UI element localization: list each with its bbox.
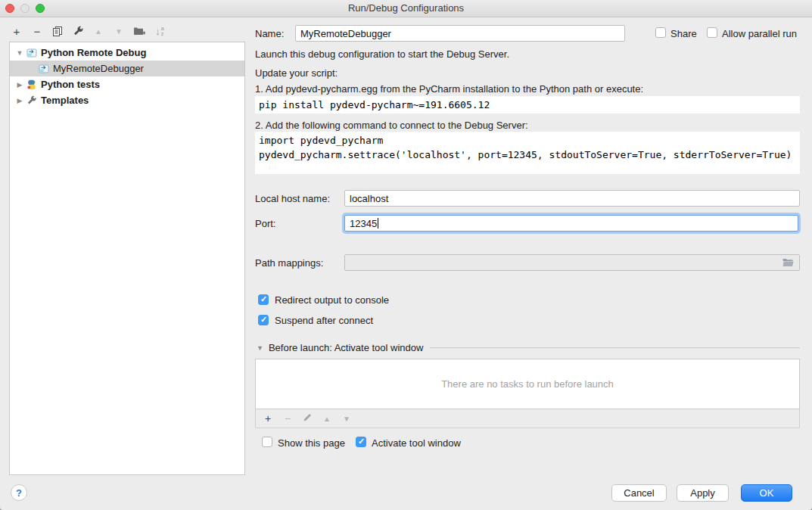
add-folder-icon xyxy=(133,26,145,36)
question-mark-icon: ? xyxy=(16,487,22,499)
chevron-expanded-icon[interactable]: ▼ xyxy=(257,344,263,352)
wrench-icon xyxy=(73,26,84,37)
tasks-toolbar: + − ▲ ▼ xyxy=(255,409,800,428)
plus-icon: + xyxy=(14,25,20,38)
remove-task-button: − xyxy=(282,412,293,424)
before-launch-tasks-list[interactable]: There are no tasks to run before launch xyxy=(255,359,800,409)
arrow-down-icon: ▼ xyxy=(115,27,123,36)
port-value: 12345 xyxy=(350,218,377,229)
plus-icon: + xyxy=(265,412,271,424)
remove-configuration-button[interactable]: − xyxy=(31,25,43,37)
show-this-page-checkbox[interactable] xyxy=(262,437,272,447)
ok-button-label: OK xyxy=(760,487,774,499)
path-mappings-input[interactable] xyxy=(344,254,800,271)
port-label: Port: xyxy=(255,218,275,229)
window-title: Run/Debug Configurations xyxy=(0,2,812,14)
settrace-code-line2: pydevd_pycharm.settrace('localhost', por… xyxy=(259,148,796,162)
ok-button[interactable]: OK xyxy=(741,484,792,502)
name-value: MyRemoteDebugger xyxy=(300,28,391,39)
tree-item-label: Python Remote Debug xyxy=(41,47,146,58)
empty-tasks-text: There are no tasks to run before launch xyxy=(441,378,614,390)
before-launch-title: Before launch: Activate tool window xyxy=(269,342,424,353)
browse-folder-icon[interactable] xyxy=(782,257,795,268)
edit-task-button xyxy=(302,412,313,424)
redirect-output-checkbox[interactable] xyxy=(258,294,269,305)
tree-item-python-remote-debug[interactable]: ▼ Python Remote Debug xyxy=(10,45,244,61)
local-host-name-value: localhost xyxy=(350,193,388,204)
share-checkbox[interactable] xyxy=(655,27,666,38)
cancel-button[interactable]: Cancel xyxy=(611,484,667,502)
pip-install-code-text: pip install pydevd-pycharm~=191.6605.12 xyxy=(259,99,490,110)
move-up-button: ▲ xyxy=(92,25,104,37)
arrow-up-icon: ▲ xyxy=(323,415,331,423)
redirect-output-label[interactable]: Redirect output to console xyxy=(275,294,389,306)
remote-debug-icon xyxy=(39,64,49,74)
arrow-down-icon: ▼ xyxy=(343,415,350,423)
tree-item-label: MyRemoteDebugger xyxy=(53,63,144,74)
wrench-icon xyxy=(26,95,37,106)
apply-button[interactable]: Apply xyxy=(677,484,729,502)
step1-text: 1. Add pydevd-pycharm.egg from the PyCha… xyxy=(255,83,643,95)
chevron-expanded-icon[interactable]: ▼ xyxy=(16,49,23,57)
python-icon xyxy=(26,79,37,90)
local-host-name-input[interactable]: localhost xyxy=(344,190,800,207)
pencil-icon xyxy=(303,412,313,422)
local-host-name-label: Local host name: xyxy=(255,193,330,204)
run-debug-configurations-dialog: Run/Debug Configurations + − ▲ ▼ ↓az xyxy=(0,0,812,510)
move-task-up-button: ▲ xyxy=(322,415,332,423)
suspend-after-connect-label[interactable]: Suspend after connect xyxy=(275,315,373,326)
tree-item-myremotedebugger[interactable]: MyRemoteDebugger xyxy=(10,61,244,76)
edit-templates-button[interactable] xyxy=(72,25,84,37)
apply-button-label: Apply xyxy=(690,487,715,499)
chevron-collapsed-icon[interactable]: ▶ xyxy=(16,97,23,104)
settrace-code: import pydevd_pycharm pydevd_pycharm.set… xyxy=(255,132,800,174)
name-input[interactable]: MyRemoteDebugger xyxy=(295,25,625,42)
name-label: Name: xyxy=(255,28,284,39)
sort-az-icon: ↓az xyxy=(155,26,163,37)
pip-install-code: pip install pydevd-pycharm~=191.6605.12 xyxy=(255,96,800,114)
settrace-code-line1: import pydevd_pycharm xyxy=(259,133,796,148)
activate-tool-window-checkbox[interactable] xyxy=(356,437,366,447)
move-down-button: ▼ xyxy=(113,25,125,37)
configurations-tree: ▼ Python Remote Debug MyRemoteDebugger ▶ xyxy=(9,42,245,475)
add-configuration-button[interactable]: + xyxy=(11,25,23,37)
suspend-after-connect-checkbox[interactable] xyxy=(258,315,269,325)
minus-icon: − xyxy=(285,412,291,424)
sort-configurations-button[interactable]: ↓az xyxy=(154,25,166,37)
titlebar: Run/Debug Configurations xyxy=(0,0,812,17)
before-launch-header[interactable]: ▼ Before launch: Activate tool window xyxy=(257,342,800,353)
allow-parallel-run-label[interactable]: Allow parallel run xyxy=(722,28,797,39)
tree-item-templates[interactable]: ▶ Templates xyxy=(10,92,244,108)
port-input[interactable]: 12345 xyxy=(344,215,798,232)
tree-item-python-tests[interactable]: ▶ Python tests xyxy=(10,76,244,92)
launch-instruction-text: Launch this debug configuration to start… xyxy=(255,48,509,60)
arrow-up-icon: ▲ xyxy=(95,27,102,36)
section-divider xyxy=(430,347,800,348)
minus-icon: − xyxy=(34,25,41,38)
copy-icon xyxy=(52,26,63,36)
share-label[interactable]: Share xyxy=(670,28,697,39)
chevron-collapsed-icon[interactable]: ▶ xyxy=(16,81,23,89)
show-this-page-label[interactable]: Show this page xyxy=(278,437,345,449)
tree-item-label: Templates xyxy=(41,95,89,106)
update-script-text: Update your script: xyxy=(255,67,338,79)
remote-debug-icon xyxy=(26,48,37,58)
cancel-button-label: Cancel xyxy=(624,487,654,499)
text-caret xyxy=(378,218,378,229)
path-mappings-label: Path mappings: xyxy=(255,257,323,269)
help-button[interactable]: ? xyxy=(11,484,27,501)
activate-tool-window-label[interactable]: Activate tool window xyxy=(372,437,461,449)
allow-parallel-run-checkbox[interactable] xyxy=(707,27,717,38)
copy-configuration-button[interactable] xyxy=(51,25,64,37)
move-task-down-button: ▼ xyxy=(341,415,352,423)
configurations-toolbar: + − ▲ ▼ ↓az xyxy=(11,23,166,39)
create-folder-button[interactable] xyxy=(133,25,145,37)
step2-text: 2. Add the following command to connect … xyxy=(255,120,528,131)
tree-item-label: Python tests xyxy=(41,79,100,90)
add-task-button[interactable]: + xyxy=(263,412,273,424)
